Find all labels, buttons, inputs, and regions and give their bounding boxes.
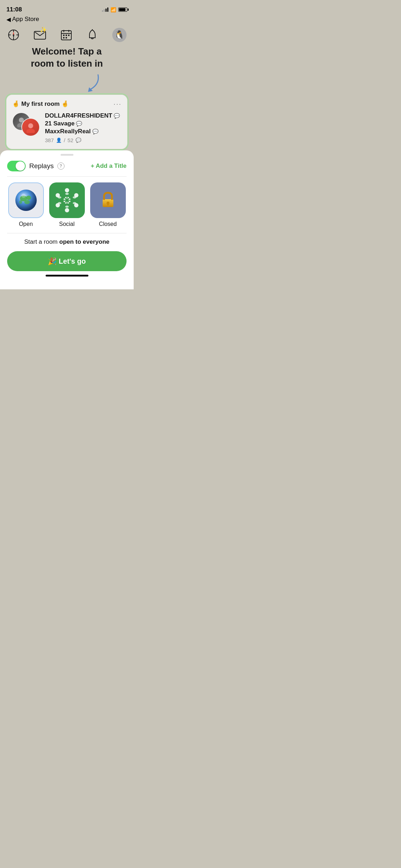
speaker-avatars [12,112,41,138]
social-svg [54,187,80,213]
room-card[interactable]: 🤞 My first room 🤞 ··· [6,94,128,150]
social-type-label: Social [59,221,75,227]
svg-point-43 [65,188,69,192]
user-avatar[interactable]: 🐧 [112,28,127,42]
divider-1 [7,176,127,177]
speaker-bubble-1: 💬 [114,113,120,119]
svg-point-29 [26,196,31,200]
speaker-avatar-2 [21,118,40,136]
open-type-icon-wrap [8,182,44,218]
svg-rect-15 [68,35,70,36]
speaker-name-3: MaxxReallyReal 💬 [45,128,122,135]
signal-icon [102,7,108,12]
sheet-handle [61,154,73,156]
svg-point-34 [16,192,17,192]
status-icons: 📶 [102,7,127,12]
room-description: Start a room open to everyone [7,238,127,246]
calendar-icon[interactable] [60,29,73,41]
compass-icon[interactable] [7,29,20,41]
svg-rect-17 [66,37,67,38]
divider-2 [7,233,127,233]
svg-rect-59 [107,203,109,206]
room-type-selector: Open [7,182,127,227]
welcome-heading: Welcome! Tap a room to listen in [0,42,134,70]
more-options-icon[interactable]: ··· [113,100,122,108]
room-type-open[interactable]: Open [7,182,45,227]
bell-icon[interactable] [86,29,99,41]
closed-type-label: Closed [99,221,117,227]
svg-point-32 [21,193,26,198]
lets-go-label: 🎉 Let's go [48,257,86,265]
room-type-social[interactable]: Social [48,182,86,227]
lets-go-button[interactable]: 🎉 Let's go [7,251,127,271]
chat-count: 52 [67,137,73,143]
svg-point-22 [28,123,33,128]
back-navigation[interactable]: ◀ App Store [0,16,134,25]
back-arrow-icon: ◀ [6,16,11,23]
social-type-icon-wrap [49,182,85,218]
open-type-label: Open [19,221,33,227]
mail-icon[interactable]: ✨ [34,29,46,41]
battery-icon [118,7,127,12]
arrow-decoration [0,71,134,93]
status-bar: 11:08 📶 [0,0,134,16]
back-label: App Store [12,16,39,23]
room-title-row: 🤞 My first room 🤞 ··· [12,100,122,108]
room-stats: 387 👤 / 52 💬 [45,137,122,143]
lock-svg [96,188,120,213]
replays-row: Replays ? + Add a Title [7,161,127,171]
svg-point-35 [35,205,36,206]
svg-point-54 [58,196,61,198]
replays-left: Replays ? [7,161,65,171]
replays-toggle[interactable] [7,161,26,171]
toggle-thumb [16,161,25,171]
replays-label: Replays [29,162,54,170]
status-time: 11:08 [6,6,22,13]
chat-icon: 💬 [76,138,81,143]
svg-point-30 [24,200,30,204]
home-indicator [46,275,88,277]
svg-rect-16 [63,37,65,38]
svg-rect-13 [63,35,65,36]
svg-point-46 [73,196,76,198]
speaker-list: DOLLAR4FRESHIDENT 💬 21 Savage 💬 MaxxReal… [45,112,122,143]
room-type-closed[interactable]: Closed [89,182,127,227]
svg-point-52 [58,202,61,204]
svg-point-31 [19,200,22,204]
closed-type-icon-wrap [90,182,126,218]
svg-point-36 [15,207,16,208]
bottom-sheet: Replays ? + Add a Title [0,150,134,289]
room-title: 🤞 My first room 🤞 [12,100,69,108]
listener-icon: 👤 [56,138,62,143]
svg-point-23 [26,129,35,133]
svg-point-33 [34,193,35,194]
speaker-name-1: DOLLAR4FRESHIDENT 💬 [45,112,122,119]
speaker-bubble-3: 💬 [92,129,98,134]
add-title-button[interactable]: + Add a Title [91,162,127,170]
globe-svg [14,188,38,213]
speaker-bubble-2: 💬 [76,121,82,126]
svg-point-44 [65,193,69,195]
help-icon[interactable]: ? [57,162,65,170]
top-nav-bar: ✨ 🐧 [0,25,134,42]
room-body: DOLLAR4FRESHIDENT 💬 21 Savage 💬 MaxxReal… [12,112,122,143]
speaker-name-2: 21 Savage 💬 [45,120,122,127]
svg-point-50 [65,206,69,208]
svg-point-48 [73,202,76,204]
svg-rect-14 [66,35,67,36]
wifi-icon: 📶 [110,7,116,12]
listener-count: 387 [45,137,54,143]
svg-point-49 [65,208,69,212]
